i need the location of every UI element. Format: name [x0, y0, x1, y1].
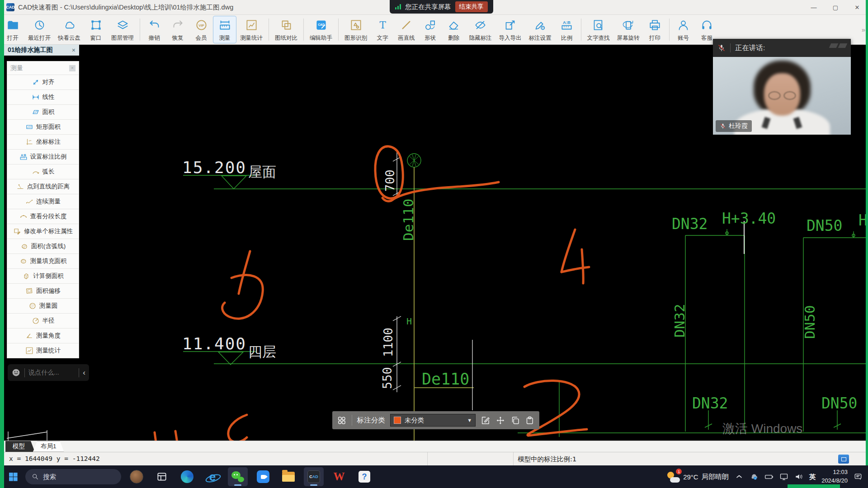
- avatar: [130, 470, 143, 483]
- measure-item-area-offset[interactable]: 面积偏移: [7, 283, 79, 298]
- document-tab-label: 01给排水施工图: [8, 46, 53, 54]
- taskbar-user-avatar[interactable]: [127, 467, 146, 486]
- shape-recognition-icon: [350, 19, 362, 31]
- toolbar-drawing-compare[interactable]: 图纸对比: [271, 16, 301, 43]
- measure-panel: 测量 × 对齐 线性 面积 矩形面积 坐标标注 设置标注比例 弧长 点到直线的距…: [7, 61, 79, 358]
- measure-item-area-with-arc[interactable]: 面积(含弧线): [7, 239, 79, 253]
- taskbar-weather[interactable]: 1 29°C 局部晴朗: [666, 471, 729, 483]
- task-view-button[interactable]: [152, 467, 172, 486]
- toolbar-text[interactable]: 文字: [371, 16, 394, 43]
- grid-icon[interactable]: [337, 415, 347, 426]
- measure-item-area[interactable]: 面积: [7, 104, 79, 119]
- stop-share-button[interactable]: 结束共享: [455, 1, 488, 12]
- taskbar-ie[interactable]: e: [203, 467, 222, 486]
- measure-item-arc-length[interactable]: 弧长: [7, 164, 79, 179]
- sheet-tab-bar: 模型 布局1: [0, 441, 868, 452]
- toolbar-scale[interactable]: 比例: [555, 16, 579, 43]
- annotation-digit-4b: [561, 267, 589, 272]
- edit-annotation-icon[interactable]: [481, 415, 491, 426]
- measure-panel-close-icon[interactable]: ×: [69, 65, 75, 71]
- paste-icon[interactable]: [525, 415, 535, 426]
- maximize-button[interactable]: ▢: [825, 0, 846, 15]
- toolbar-overflow-chevron[interactable]: »: [862, 26, 865, 33]
- toolbar-hide-annotations[interactable]: 隐藏标注: [466, 16, 495, 43]
- close-button[interactable]: ✕: [846, 0, 868, 15]
- toolbar-import-export[interactable]: 导入导出: [495, 16, 525, 43]
- measure-item-edit-annotation[interactable]: 修改单个标注属性: [7, 224, 79, 239]
- onedrive-icon[interactable]: [750, 472, 759, 481]
- tab-layout1[interactable]: 布局1: [33, 441, 64, 452]
- taskbar-meeting[interactable]: [253, 467, 273, 486]
- measure-item-rect-area[interactable]: 矩形面积: [7, 119, 79, 134]
- measure-item-angle[interactable]: 测量角度: [7, 328, 79, 343]
- taskbar-edge[interactable]: [177, 467, 197, 486]
- measure-item-circle[interactable]: 测量圆: [7, 298, 79, 313]
- tray-chevron-up-icon[interactable]: [735, 472, 744, 481]
- measure-item-coordinate[interactable]: 坐标标注: [7, 134, 79, 149]
- toolbar-cloud-drive[interactable]: 快看云盘: [54, 16, 84, 43]
- measure-item-align[interactable]: 对齐: [7, 75, 79, 89]
- wps-icon: W: [334, 470, 345, 483]
- notification-icon[interactable]: [854, 472, 863, 481]
- shapes-icon: [424, 19, 436, 31]
- toolbar-measure[interactable]: 测量: [213, 16, 236, 43]
- toolbar-layer-manager[interactable]: 图层管理: [108, 16, 137, 43]
- explorer-folder-icon: [282, 472, 295, 482]
- app-icon: CAD: [6, 3, 14, 11]
- toolbar-shapes[interactable]: 形状: [419, 16, 442, 43]
- tab-model[interactable]: 模型: [5, 441, 35, 452]
- measure-item-linear[interactable]: 线性: [7, 89, 79, 104]
- measure-item-stats[interactable]: 测量统计: [7, 343, 79, 358]
- toolbar-shape-recognition[interactable]: 图形识别: [341, 16, 371, 43]
- measure-item-continuous[interactable]: 连续测量: [7, 194, 79, 209]
- scale-ab-icon: [19, 153, 28, 161]
- measure-item-radius[interactable]: 半径: [7, 313, 79, 328]
- offset-icon: [25, 287, 33, 295]
- toolbar-recent[interactable]: 最近打开: [24, 16, 54, 43]
- battery-icon[interactable]: [764, 472, 774, 481]
- taskbar-search[interactable]: 搜索: [25, 469, 121, 484]
- status-panel-icon[interactable]: [838, 455, 849, 464]
- move-icon[interactable]: [495, 415, 505, 426]
- taskbar-clock[interactable]: 12:03 2024/8/20: [821, 468, 848, 485]
- measure-item-set-scale[interactable]: 设置标注比例: [7, 149, 79, 164]
- measure-item-segment-length[interactable]: 查看分段长度: [7, 209, 79, 224]
- input-language[interactable]: 英: [809, 473, 816, 481]
- toolbar-edit-assistant[interactable]: 编辑助手: [306, 16, 336, 43]
- document-tab-close-icon[interactable]: ×: [72, 47, 75, 54]
- document-tab[interactable]: 01给排水施工图 ×: [4, 45, 79, 56]
- toolbar-undo[interactable]: 撤销: [142, 16, 166, 43]
- toolbar-annotation-settings[interactable]: 标注设置: [525, 16, 555, 43]
- emoji-icon[interactable]: [11, 368, 21, 377]
- scale-icon: [561, 19, 573, 31]
- toolbar-redo[interactable]: 恢复: [166, 16, 189, 43]
- toolbar-text-search[interactable]: 文字查找: [584, 16, 613, 43]
- toolbar-window[interactable]: 窗口: [84, 16, 108, 43]
- taskbar-cad-app[interactable]: CAD: [304, 467, 324, 486]
- video-call-overlay[interactable]: 正在讲话: 杜玲霞: [713, 39, 851, 135]
- copy-icon[interactable]: [510, 415, 520, 426]
- network-icon[interactable]: [779, 472, 788, 481]
- measure-item-side-area[interactable]: 计算侧面积: [7, 268, 79, 283]
- measure-item-point-to-line[interactable]: 点到直线的距离: [7, 179, 79, 194]
- toolbar-delete[interactable]: 删除: [442, 16, 466, 43]
- annotation-category-dropdown[interactable]: 未分类 ▼: [390, 414, 476, 427]
- taskbar-wps[interactable]: W: [329, 467, 349, 486]
- toolbar-open[interactable]: 打开: [1, 16, 24, 43]
- taskbar-wechat[interactable]: [228, 467, 248, 486]
- toolbar-measure-stats[interactable]: 测量统计: [236, 16, 266, 43]
- chat-collapse-icon[interactable]: ‹: [83, 368, 85, 377]
- person-icon: [677, 19, 689, 31]
- taskbar-help[interactable]: ?: [354, 467, 374, 486]
- toolbar-vip[interactable]: 会员: [189, 16, 213, 43]
- toolbar-print[interactable]: 打印: [643, 16, 667, 43]
- start-button[interactable]: [6, 470, 20, 483]
- toolbar-screen-rotate[interactable]: 屏幕旋转: [613, 16, 643, 43]
- toolbar-account[interactable]: 账号: [672, 16, 695, 43]
- chat-input[interactable]: 说点什么...: [28, 369, 75, 377]
- measure-item-fill-area[interactable]: 测量填充面积: [7, 253, 79, 268]
- taskbar-explorer[interactable]: [278, 467, 298, 486]
- minimize-button[interactable]: —: [803, 0, 825, 15]
- volume-icon[interactable]: [794, 472, 803, 481]
- toolbar-draw-line[interactable]: 画直线: [394, 16, 419, 43]
